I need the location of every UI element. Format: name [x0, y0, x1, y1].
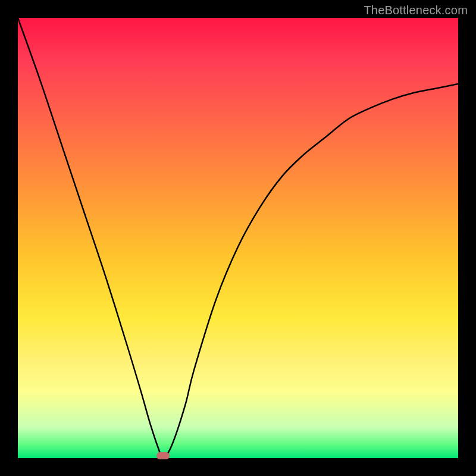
optimal-marker [156, 452, 170, 459]
curve-path [18, 18, 458, 458]
watermark-text: TheBottleneck.com [364, 4, 468, 17]
bottleneck-curve [18, 18, 458, 458]
plot-area [18, 18, 458, 458]
